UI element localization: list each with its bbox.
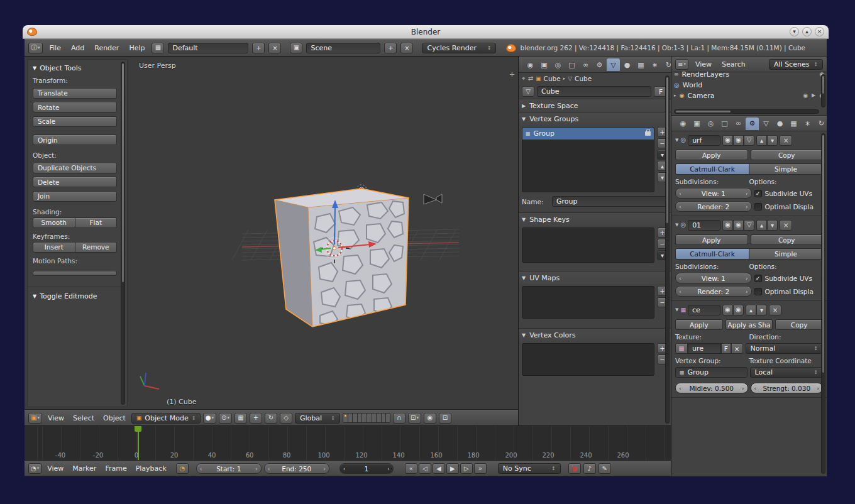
view-subdivisions-stepper[interactable]: ‹ View: 1 › <box>675 273 752 283</box>
outliner-scope-dropdown[interactable]: All Scenes↕ <box>769 59 823 70</box>
tab-modifiers[interactable]: ⚙ <box>593 58 606 71</box>
smooth-button[interactable]: Smooth <box>33 217 75 228</box>
collapse-triangle-icon[interactable]: ▼ <box>675 308 678 312</box>
optimal-display-checkbox[interactable]: Optimal Displa <box>754 201 824 212</box>
tab-scene[interactable]: ▣ <box>538 58 551 71</box>
move-modifier-up-button[interactable]: ▴ <box>746 305 756 315</box>
texture-name-field[interactable]: ure <box>688 343 721 354</box>
timeline-editor-selector[interactable]: ◔ ▾ <box>28 463 41 474</box>
region-split-plus-icon[interactable]: + <box>509 70 515 79</box>
uv-maps-panel-header[interactable]: ▼ UV Maps <box>519 271 671 284</box>
texture-space-panel-header[interactable]: ▶ Texture Space <box>519 99 671 112</box>
midlevel-stepper[interactable]: ‹ Midlev: 0.500 › <box>675 383 748 393</box>
manipulator-rotate-toggle[interactable]: ↻ <box>265 413 277 424</box>
tab-object-data[interactable]: ▽ <box>607 58 620 71</box>
viewport-3d[interactable]: User Persp (1) Cube + ▼ Object Tools Tra… <box>25 57 518 410</box>
visibility-eye-icon[interactable]: ◉ <box>803 93 808 99</box>
subdivide-uvs-checkbox[interactable]: ✓ Subdivide UVs <box>754 273 824 283</box>
delete-modifier-button[interactable]: × <box>769 305 781 315</box>
list-item-group[interactable]: ▦ Group <box>522 128 654 140</box>
apply-modifier-button[interactable]: Apply <box>675 150 748 160</box>
copy-modifier-button[interactable]: Copy <box>775 319 823 330</box>
menu-search[interactable]: Search <box>719 60 749 68</box>
render-engine-dropdown[interactable]: Cycles Render↕ <box>422 43 496 53</box>
copy-modifier-button[interactable]: Copy <box>751 150 824 160</box>
menu-file[interactable]: File <box>47 44 64 52</box>
delete-scene-button[interactable]: × <box>400 43 413 53</box>
tab-material[interactable]: ● <box>773 118 786 130</box>
copy-modifier-button[interactable]: Copy <box>751 234 824 245</box>
layers-widget[interactable] <box>343 413 390 423</box>
vertex-groups-panel-header[interactable]: ▼ Vertex Groups <box>519 112 671 125</box>
unlink-texture-button[interactable]: × <box>731 343 743 354</box>
modifier-name-field[interactable]: 01 <box>688 220 720 231</box>
screen-layout-field[interactable]: Default <box>168 43 248 53</box>
remove-keyframe-button[interactable]: Remove <box>75 242 118 253</box>
texture-coordinates-dropdown[interactable]: Local ↕ <box>750 367 824 378</box>
menu-frame[interactable]: Frame <box>102 464 130 473</box>
flat-button[interactable]: Flat <box>75 217 118 228</box>
play-button[interactable]: ▶ <box>446 463 459 474</box>
menu-view[interactable]: View <box>692 60 715 68</box>
subdivide-uvs-checkbox[interactable]: ✓ Subdivide UVs <box>754 188 824 199</box>
properties-scrollbar[interactable] <box>665 75 670 424</box>
strength-stepper[interactable]: ‹ Strengt: 0.030 › <box>751 383 824 393</box>
outliner-row-renderlayers[interactable]: ≡ RenderLayers ◉ <box>674 69 824 80</box>
tab-render[interactable]: ◉ <box>524 58 537 71</box>
play-reverse-button[interactable]: ◀ <box>433 463 445 474</box>
tab-constraints[interactable]: ∞ <box>732 118 745 130</box>
move-modifier-up-button[interactable]: ▴ <box>756 135 767 146</box>
preview-range-button[interactable]: ◔ <box>176 463 189 474</box>
outliner-row-camera[interactable]: ▸ ◉ Camera ◉ ▶ ◉ <box>674 90 824 101</box>
shape-keys-list[interactable] <box>522 227 654 263</box>
move-modifier-down-button[interactable]: ▾ <box>767 220 778 231</box>
viewport-visibility-toggle[interactable]: ◉ <box>733 135 744 146</box>
simple-toggle[interactable]: Simple <box>749 163 823 175</box>
keying-set-button[interactable]: ✎ <box>598 463 611 474</box>
add-scene-button[interactable]: + <box>384 43 397 53</box>
breadcrumb-data[interactable]: Cube <box>575 75 592 82</box>
tab-physics[interactable]: ↻ <box>815 118 827 130</box>
menu-view[interactable]: View <box>45 414 67 422</box>
snap-element-dropdown[interactable]: ⊡ ▾ <box>408 413 421 424</box>
calculate-paths-button-clipped[interactable] <box>33 271 117 276</box>
insert-keyframe-button[interactable]: Insert <box>33 242 75 253</box>
render-opengl-button[interactable]: ◉ <box>424 413 436 424</box>
duplicate-objects-button[interactable]: Duplicate Objects <box>33 163 117 173</box>
info-editor-selector[interactable]: ⓘ ▾ <box>28 43 43 53</box>
toggle-editmode-panel-header[interactable]: ▼ Toggle Editmode <box>33 292 117 300</box>
apply-as-shape-button[interactable]: Apply as Sha <box>725 319 773 330</box>
tab-object-data[interactable]: ▽ <box>759 118 773 130</box>
tab-modifiers[interactable]: ⚙ <box>746 118 759 130</box>
modifier-name-field[interactable]: ce <box>688 305 720 315</box>
current-frame-stepper[interactable]: ‹ 1 › <box>339 463 394 474</box>
group-name-field[interactable]: Group <box>552 196 668 207</box>
menu-help[interactable]: Help <box>126 44 148 52</box>
menu-playback[interactable]: Playback <box>133 464 170 473</box>
delete-modifier-button[interactable]: × <box>780 220 792 231</box>
move-modifier-down-button[interactable]: ▾ <box>756 305 767 315</box>
render-subdivisions-stepper[interactable]: ‹ Render: 2 › <box>675 286 752 297</box>
jump-to-end-button[interactable]: » <box>474 463 487 474</box>
tool-shelf-scrollbar[interactable] <box>121 62 125 405</box>
start-frame-stepper[interactable]: ‹ Start: 1 › <box>196 463 262 474</box>
menu-marker[interactable]: Marker <box>69 464 99 473</box>
vertex-groups-list[interactable]: ▦ Group <box>522 127 654 192</box>
prev-keyframe-button[interactable]: ◁ <box>419 463 431 474</box>
view-subdivisions-stepper[interactable]: ‹ View: 1 › <box>675 188 752 199</box>
uv-maps-list[interactable] <box>522 286 654 319</box>
end-frame-stepper[interactable]: ‹ End: 250 › <box>264 463 329 474</box>
catmull-clark-toggle[interactable]: Catmull-Clark <box>675 248 749 260</box>
mesh-browse-button[interactable]: ▽ <box>522 86 534 97</box>
menu-render[interactable]: Render <box>91 44 122 52</box>
collapse-triangle-icon[interactable]: ▼ <box>675 138 678 143</box>
editmode-toggle[interactable]: ▽ <box>744 135 754 146</box>
menu-select[interactable]: Select <box>70 414 97 422</box>
delete-modifier-button[interactable]: × <box>780 135 792 146</box>
tab-world[interactable]: ◎ <box>551 58 565 71</box>
pivot-point-dropdown[interactable]: ⊙ ▾ <box>219 413 232 424</box>
menu-add[interactable]: Add <box>68 44 87 52</box>
tab-object[interactable]: □ <box>565 58 578 71</box>
viewport-shading-dropdown[interactable]: ● ▾ <box>203 413 216 424</box>
menu-object[interactable]: Object <box>100 414 129 422</box>
